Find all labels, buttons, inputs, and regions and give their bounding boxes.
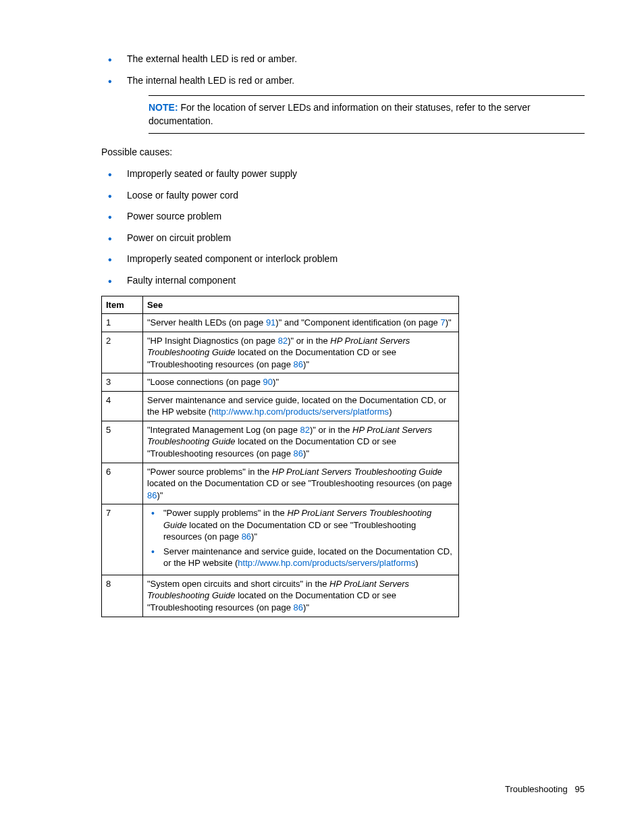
cell-item: 1 [102, 314, 143, 332]
page-link[interactable]: 82 [300, 425, 310, 435]
table-row: 5 "Integrated Management Log (on page 82… [102, 421, 459, 463]
cell-see: "Server health LEDs (on page 91)" and "C… [143, 314, 459, 332]
cell-item: 6 [102, 463, 143, 504]
list-item: Improperly seated component or interlock… [101, 253, 585, 266]
table-row: 2 "HP Insight Diagnostics (on page 82)" … [102, 332, 459, 373]
cell-item: 7 [102, 504, 143, 575]
url-link[interactable]: http://www.hp.com/products/servers/platf… [238, 558, 415, 568]
cell-item: 8 [102, 575, 143, 617]
list-item: "Power supply problems" in the HP ProLia… [147, 507, 454, 543]
cell-see: "Power supply problems" in the HP ProLia… [143, 504, 459, 575]
cell-item: 4 [102, 391, 143, 421]
causes-list: Improperly seated or faulty power supply… [101, 167, 585, 288]
note-text: For the location of server LEDs and info… [149, 102, 531, 126]
page-link[interactable]: 86 [294, 359, 303, 369]
col-header-see: See [143, 296, 459, 314]
url-link[interactable]: http://www.hp.com/products/servers/platf… [211, 407, 389, 417]
possible-causes-label: Possible causes: [101, 146, 585, 159]
page-link[interactable]: 86 [147, 490, 157, 500]
page-link[interactable]: 86 [294, 448, 303, 459]
top-symptoms-list: The external health LED is red or amber.… [101, 53, 585, 87]
col-header-item: Item [102, 296, 143, 314]
table-header-row: Item See [102, 296, 459, 314]
page-link[interactable]: 86 [294, 602, 303, 613]
table-row: 3 "Loose connections (on page 90)" [102, 373, 459, 392]
table-row: 7 "Power supply problems" in the HP ProL… [102, 504, 459, 575]
cell-see: "Power source problems" in the HP ProLia… [143, 463, 459, 504]
list-item: Improperly seated or faulty power supply [101, 167, 585, 181]
cell-item: 3 [102, 373, 143, 392]
reference-table: Item See 1 "Server health LEDs (on page … [101, 296, 459, 617]
cell-item: 2 [102, 332, 143, 373]
page-link[interactable]: 91 [266, 317, 275, 328]
cell-see: "Loose connections (on page 90)" [143, 373, 459, 392]
page-link[interactable]: 82 [278, 336, 288, 346]
list-item: Faulty internal component [101, 274, 585, 288]
table-row: 4 Server maintenance and service guide, … [102, 391, 459, 421]
list-item: The internal health LED is red or amber. [101, 74, 585, 88]
cell-item: 5 [102, 421, 143, 463]
inner-bullets: "Power supply problems" in the HP ProLia… [147, 507, 454, 569]
cell-see: "Integrated Management Log (on page 82)"… [143, 421, 459, 463]
cell-see: "System open circuits and short circuits… [143, 575, 459, 617]
list-item: Server maintenance and service guide, lo… [147, 546, 454, 569]
list-item: The external health LED is red or amber. [101, 53, 585, 66]
page-link[interactable]: 7 [440, 317, 445, 328]
page-link[interactable]: 86 [242, 531, 251, 542]
list-item: Power source problem [101, 210, 585, 224]
table-row: 1 "Server health LEDs (on page 91)" and … [102, 314, 459, 332]
cell-see: "HP Insight Diagnostics (on page 82)" or… [143, 332, 459, 373]
list-item: Power on circuit problem [101, 232, 585, 245]
list-item: Loose or faulty power cord [101, 189, 585, 203]
table-row: 8 "System open circuits and short circui… [102, 575, 459, 617]
table-row: 6 "Power source problems" in the HP ProL… [102, 463, 459, 504]
note-label: NOTE: [149, 102, 178, 113]
note-box: NOTE: For the location of server LEDs an… [149, 95, 585, 134]
cell-see: Server maintenance and service guide, lo… [143, 391, 459, 421]
page-link[interactable]: 90 [263, 377, 273, 387]
